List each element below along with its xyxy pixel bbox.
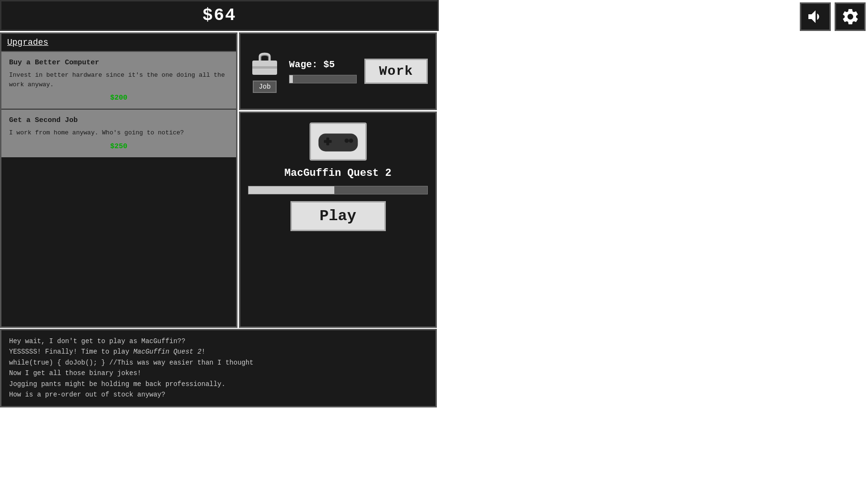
settings-button[interactable] bbox=[835, 2, 866, 31]
upgrade-desc-computer: Invest in better hardware since it's the… bbox=[9, 71, 228, 89]
game-panel: MacGuffin Quest 2 Play bbox=[239, 112, 437, 328]
log-line-5: Jogging pants might be holding me back p… bbox=[9, 379, 428, 389]
log-line-4: Now I get all those binary jokes! bbox=[9, 368, 428, 378]
briefcase-icon bbox=[248, 50, 281, 79]
game-title: MacGuffin Quest 2 bbox=[284, 167, 391, 179]
log-line-2: YESSSSS! Finally! Time to play MacGuffin… bbox=[9, 346, 428, 357]
upgrade-item-computer[interactable]: Buy a Better Computer Invest in better h… bbox=[1, 52, 236, 110]
svg-point-6 bbox=[349, 139, 353, 143]
upgrades-panel: Upgrades Buy a Better Computer Invest in… bbox=[0, 32, 238, 328]
upgrade-name-job: Get a Second Job bbox=[9, 116, 228, 124]
play-button[interactable]: Play bbox=[290, 201, 386, 231]
svg-rect-1 bbox=[252, 66, 277, 69]
log-italic-game: MacGuffin Quest 2 bbox=[133, 348, 201, 356]
money-display: $64 bbox=[203, 6, 237, 25]
game-controller-icon bbox=[310, 122, 367, 161]
money-bar: $64 bbox=[0, 0, 439, 31]
wage-text: Wage: $5 bbox=[289, 59, 357, 70]
log-line-6: How is a pre-order out of stock anyway? bbox=[9, 389, 428, 400]
sound-button[interactable] bbox=[800, 2, 831, 31]
upgrade-item-job[interactable]: Get a Second Job I work from home anyway… bbox=[1, 110, 236, 157]
upgrade-desc-job: I work from home anyway. Who's going to … bbox=[9, 128, 228, 138]
controller-svg bbox=[317, 127, 360, 156]
sound-icon bbox=[806, 7, 825, 26]
settings-icon bbox=[841, 7, 860, 26]
log-line-1: Hey wait, I don't get to play as MacGuff… bbox=[9, 336, 428, 346]
top-icons bbox=[800, 2, 866, 31]
work-progress-bar bbox=[289, 75, 357, 83]
work-button[interactable]: Work bbox=[364, 59, 428, 84]
game-progress-fill bbox=[248, 186, 334, 194]
svg-rect-4 bbox=[326, 137, 329, 145]
log-line-3: while(true) { doJob(); } //This was way … bbox=[9, 357, 428, 368]
job-icon-area: Job bbox=[248, 50, 281, 93]
upgrade-cost-job: $250 bbox=[9, 142, 228, 151]
upgrade-name-computer: Buy a Better Computer bbox=[9, 59, 228, 67]
work-progress-fill bbox=[289, 75, 293, 83]
job-panel: Job Wage: $5 Work bbox=[239, 32, 437, 110]
briefcase-svg bbox=[250, 52, 279, 77]
game-progress-bar bbox=[248, 186, 428, 194]
job-info: Wage: $5 bbox=[289, 59, 357, 83]
job-label: Job bbox=[253, 81, 276, 93]
upgrade-cost-computer: $200 bbox=[9, 94, 228, 102]
svg-point-5 bbox=[344, 139, 349, 143]
upgrades-title: Upgrades bbox=[1, 34, 236, 52]
log-panel: Hey wait, I don't get to play as MacGuff… bbox=[0, 329, 437, 407]
